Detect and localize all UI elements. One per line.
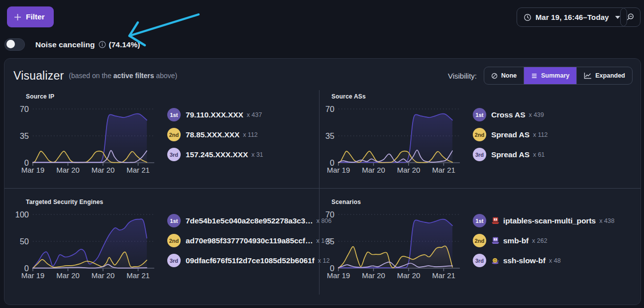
legend-label: 157.245.XXX.XXX [186, 150, 248, 159]
rank-badge: 3rd [167, 254, 181, 267]
x-axis-tick-label: Mar 20 [84, 166, 122, 174]
chart-quadrant-security-engines: Targeted Security Engines 100500 Mar 19M… [4, 189, 320, 295]
rank-badge: 2nd [473, 234, 486, 247]
legend-item[interactable]: 2nd78.85.XXX.XXXx 112 [167, 128, 263, 141]
chart-title: Scenarios [331, 199, 361, 205]
chart-title: Source ASs [331, 93, 366, 100]
rank-badge: 3rd [167, 148, 181, 161]
visibility-segmented-control: None Summary Expanded [484, 67, 633, 85]
y-axis-tick-label: 35 [14, 131, 29, 140]
filter-button-label: Filter [26, 12, 45, 21]
legend-count: x 437 [247, 111, 262, 118]
x-axis-tick-label: Mar 20 [49, 166, 87, 174]
chart-quadrant-source-as: Source ASs 70350 Mar 19Mar 20Mar 20Mar 2… [320, 90, 641, 189]
info-icon[interactable] [99, 41, 106, 48]
chart-quadrant-scenarios: Scenarios 70350 Mar 19Mar 20Mar 20Mar 21… [320, 189, 641, 295]
legend-item[interactable]: 3rdssh-slow-bfx 48 [473, 254, 615, 267]
chart-source-ip: Source IP 70350 Mar 19Mar 20Mar 20Mar 21 [14, 93, 164, 179]
rank-badge: 3rd [473, 148, 486, 161]
noise-canceling-percentage: (74.14%) [109, 40, 140, 49]
rank-badge: 1st [473, 214, 486, 227]
snail-icon [491, 257, 500, 264]
visibility-option-none[interactable]: None [484, 67, 524, 84]
rank-badge: 1st [473, 108, 486, 121]
chart-svg-source-as [337, 105, 461, 168]
legend-count: x 438 [599, 217, 615, 224]
visibility-option-label: None [501, 72, 517, 79]
legend-count: x 262 [532, 237, 547, 244]
legend-label: Spread AS [491, 130, 530, 139]
legend-item[interactable]: 3rdSpread ASx 61 [473, 148, 548, 161]
legend-item[interactable]: 1st7de54b1e5c040a2c8e952278a3c3…x 806 [167, 214, 331, 227]
x-axis-tick-label: Mar 19 [320, 166, 357, 174]
legend-count: x 112 [533, 131, 548, 138]
legend-item[interactable]: 1stiptables-scan-multi_portsx 438 [473, 214, 615, 227]
rank-badge: 1st [167, 214, 181, 227]
rank-badge: 3rd [473, 254, 486, 267]
chart-legend: 1st79.110.XXX.XXXx 4372nd78.85.XXX.XXXx … [167, 108, 263, 168]
visibility-option-summary[interactable]: Summary [524, 67, 576, 84]
chart-source-as: Source ASs 70350 Mar 19Mar 20Mar 20Mar 2… [320, 93, 470, 179]
noise-canceling-label: Noise canceling [35, 40, 95, 49]
x-axis-tick-label: Mar 21 [425, 271, 463, 280]
legend-count: x 31 [251, 151, 263, 158]
legend-label: 09dfacf676f51f2d7ce1085d52b6061f [186, 256, 315, 265]
legend-label: ad70e985f3377704930c119a85ccf… [186, 236, 313, 245]
rank-badge: 2nd [473, 128, 486, 141]
panel-title: Visualizer [13, 69, 64, 83]
legend-item[interactable]: 1stCross ASx 439 [473, 108, 548, 121]
legend-label: Cross AS [491, 110, 525, 119]
chart-svg-security-engines [32, 210, 155, 273]
chart-svg-source-ip [32, 105, 155, 168]
legend-count: x 48 [549, 257, 561, 264]
expanded-icon [584, 72, 592, 79]
legend-label: 79.110.XXX.XXX [186, 110, 243, 119]
legend-item[interactable]: 3rd157.245.XXX.XXXx 31 [167, 148, 263, 161]
x-axis-tick-label: Mar 19 [14, 271, 52, 280]
chart-title: Targeted Security Engines [26, 199, 104, 205]
x-axis-tick-label: Mar 21 [119, 166, 157, 174]
search-button[interactable] [620, 7, 641, 27]
x-axis-tick-label: Mar 21 [425, 166, 463, 174]
visualizer-header: Visualizer (based on the active filters … [13, 67, 633, 85]
legend-item[interactable]: 2ndad70e985f3377704930c119a85ccf…x 145 [167, 234, 331, 247]
filter-button[interactable]: Filter [7, 6, 54, 27]
charts-grid: Source IP 70350 Mar 19Mar 20Mar 20Mar 21… [4, 90, 641, 295]
rank-badge: 2nd [167, 234, 181, 247]
summary-icon [531, 73, 537, 79]
x-axis-tick-label: Mar 20 [355, 166, 393, 174]
legend-label: smb-bf [503, 236, 529, 245]
chart-security-engines: Targeted Security Engines 100500 Mar 19M… [14, 199, 164, 284]
legend-label: 7de54b1e5c040a2c8e952278a3c3… [186, 216, 313, 225]
noise-canceling-toggle[interactable] [4, 38, 25, 51]
visibility-option-expanded[interactable]: Expanded [576, 67, 632, 84]
chart-legend: 1stiptables-scan-multi_portsx 4382ndsmb-… [473, 214, 615, 274]
x-axis-tick-label: Mar 19 [14, 166, 52, 174]
chart-scenarios: Scenarios 70350 Mar 19Mar 20Mar 20Mar 21 [320, 199, 470, 284]
legend-label: ssh-slow-bf [503, 256, 545, 265]
date-range-button[interactable]: Mar 19, 16:46–Today [517, 7, 627, 27]
y-axis-tick-label: 70 [320, 104, 334, 113]
visibility-option-label: Summary [541, 72, 569, 79]
y-axis-tick-label: 100 [14, 210, 29, 219]
x-axis-tick-label: Mar 20 [355, 271, 393, 280]
rank-badge: 1st [167, 108, 181, 121]
panel-subtitle-bold: active filters [113, 72, 154, 80]
chart-legend: 1st7de54b1e5c040a2c8e952278a3c3…x 8062nd… [167, 214, 331, 274]
legend-item[interactable]: 1st79.110.XXX.XXXx 437 [167, 108, 263, 121]
date-range-label: Mar 19, 16:46–Today [536, 13, 609, 21]
legend-label: iptables-scan-multi_ports [503, 216, 596, 225]
chart-title: Source IP [26, 93, 54, 100]
clock-icon [524, 13, 532, 21]
chart-quadrant-source-ip: Source IP 70350 Mar 19Mar 20Mar 20Mar 21… [4, 90, 320, 189]
legend-item[interactable]: 2ndSpread ASx 112 [473, 128, 548, 141]
legend-item[interactable]: 3rd09dfacf676f51f2d7ce1085d52b6061fx 12 [167, 254, 331, 267]
legend-count: x 61 [533, 151, 545, 158]
x-axis-tick-label: Mar 21 [119, 271, 157, 280]
alert-laptop-red-icon [491, 217, 500, 224]
plus-icon [14, 13, 21, 21]
visualizer-panel: Visualizer (based on the active filters … [4, 58, 641, 305]
x-axis-tick-label: Mar 19 [320, 271, 357, 280]
legend-item[interactable]: 2ndsmb-bfx 262 [473, 234, 615, 247]
legend-label: 78.85.XXX.XXX [186, 130, 239, 139]
